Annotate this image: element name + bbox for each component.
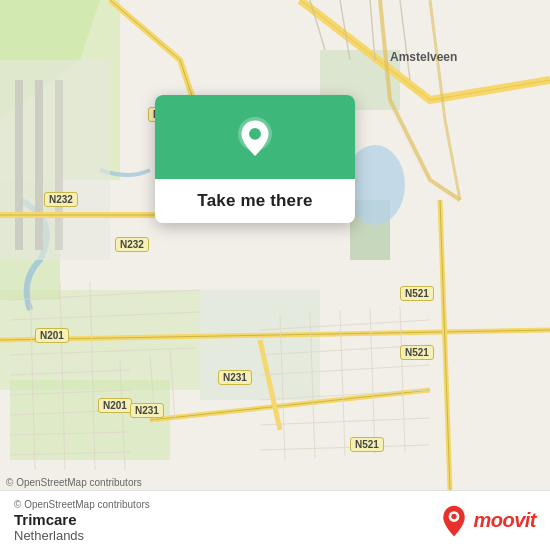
moovit-logo: moovit bbox=[440, 504, 536, 538]
map-popup: Take me there bbox=[155, 95, 355, 223]
popup-green-area bbox=[155, 95, 355, 179]
road-label-n232b: N232 bbox=[44, 192, 78, 207]
moovit-pin-icon bbox=[440, 504, 468, 538]
road-label-n521c: N521 bbox=[350, 437, 384, 452]
road-label-n201b: N201 bbox=[98, 398, 132, 413]
svg-point-47 bbox=[452, 513, 457, 518]
popup-button-label[interactable]: Take me there bbox=[197, 191, 312, 211]
svg-point-45 bbox=[249, 128, 261, 140]
road-label-n521b: N521 bbox=[400, 345, 434, 360]
moovit-text: moovit bbox=[473, 509, 536, 532]
area-label-amstelveen: Amstelveen bbox=[390, 50, 457, 64]
bottom-bar: © OpenStreetMap contributors Trimcare Ne… bbox=[0, 490, 550, 550]
place-country: Netherlands bbox=[14, 528, 150, 543]
road-label-n231a: N231 bbox=[218, 370, 252, 385]
place-name: Trimcare bbox=[14, 511, 150, 528]
road-label-n232c: N232 bbox=[115, 237, 149, 252]
popup-label-area[interactable]: Take me there bbox=[155, 179, 355, 223]
location-pin-icon bbox=[233, 117, 277, 161]
osm-attribution: © OpenStreetMap contributors bbox=[6, 477, 142, 488]
road-label-n231b: N231 bbox=[130, 403, 164, 418]
svg-rect-12 bbox=[35, 80, 43, 250]
map-container: N232 N232 N232 N201 N201 N231 N231 N521 … bbox=[0, 0, 550, 490]
road-label-n521a: N521 bbox=[400, 286, 434, 301]
road-label-n201a: N201 bbox=[35, 328, 69, 343]
svg-rect-11 bbox=[15, 80, 23, 250]
osm-attr-bottom: © OpenStreetMap contributors bbox=[14, 499, 150, 510]
svg-rect-13 bbox=[55, 80, 63, 250]
bottom-left: © OpenStreetMap contributors Trimcare Ne… bbox=[14, 499, 150, 543]
